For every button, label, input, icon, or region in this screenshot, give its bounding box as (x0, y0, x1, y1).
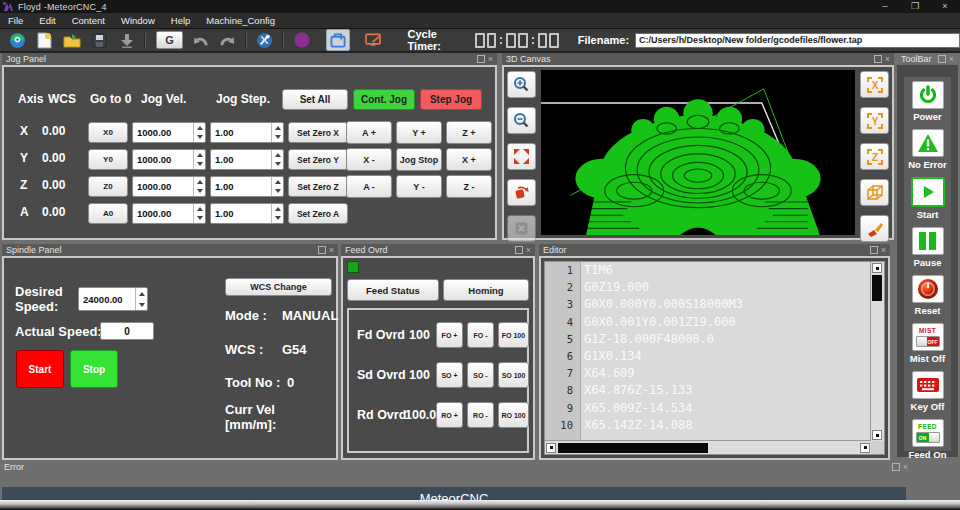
set-all-button[interactable]: Set All (282, 89, 348, 110)
menu-window[interactable]: Window (113, 15, 163, 26)
jog-vel-z-input[interactable] (133, 177, 193, 196)
menu-machine-config[interactable]: Machine_Config (198, 15, 283, 26)
pause-button[interactable] (912, 227, 944, 255)
scroll-up-button[interactable] (872, 263, 882, 273)
jog-step-a-input[interactable] (211, 204, 271, 223)
jog-step-x-input[interactable] (211, 123, 271, 142)
jog-y-minus-button[interactable]: Y - (396, 175, 442, 198)
menu-help[interactable]: Help (163, 15, 199, 26)
float-panel-icon[interactable] (870, 246, 878, 254)
close-panel-icon[interactable]: × (885, 55, 890, 63)
open-file-icon[interactable] (63, 31, 82, 49)
horizontal-scroll-thumb[interactable] (558, 443, 708, 453)
close-view-button[interactable] (507, 215, 536, 242)
machine-globe-icon[interactable] (8, 31, 27, 49)
keyboard-lock-button[interactable] (912, 371, 944, 399)
spindle-start-button[interactable]: Start (16, 350, 64, 388)
horizontal-scrollbar[interactable] (545, 440, 871, 454)
step-jog-button[interactable]: Step Jog (420, 89, 482, 110)
new-file-icon[interactable] (35, 31, 54, 49)
float-panel-icon[interactable] (477, 55, 485, 63)
set-zero-x-button[interactable]: Set Zero X (288, 122, 348, 143)
jog-vel-y-input[interactable] (133, 150, 193, 169)
menu-edit[interactable]: Edit (31, 15, 63, 26)
float-panel-icon[interactable] (318, 246, 326, 254)
jog-vel-x-input[interactable] (133, 123, 193, 142)
jog-x-minus-button[interactable]: X - (346, 148, 392, 171)
close-panel-icon[interactable]: × (949, 55, 954, 63)
menu-content[interactable]: Content (64, 15, 113, 26)
import-arrow-icon[interactable] (117, 31, 136, 49)
close-panel-icon[interactable]: × (881, 246, 886, 254)
power-button[interactable] (912, 81, 944, 109)
undo-icon[interactable] (191, 31, 210, 49)
maximize-button[interactable]: ❒ (900, 0, 930, 13)
desired-speed-spinbox[interactable] (78, 287, 148, 311)
view-z-button[interactable]: Z (860, 143, 889, 170)
jog-z-plus-button[interactable]: Z + (446, 121, 492, 144)
rotate-view-button[interactable] (507, 179, 536, 206)
jog-vel-y-spinbox[interactable] (132, 149, 206, 170)
zoom-in-button[interactable] (507, 71, 536, 98)
save-icon[interactable] (90, 31, 109, 49)
set-zero-y-button[interactable]: Set Zero Y (288, 149, 348, 170)
record-circle-icon[interactable] (292, 31, 311, 49)
desired-speed-input[interactable] (79, 288, 135, 310)
jog-vel-x-spinbox[interactable] (132, 122, 206, 143)
fo-minus-button[interactable]: FO - (467, 322, 494, 348)
jog-step-z-input[interactable] (211, 177, 271, 196)
jog-step-x-spinbox[interactable] (210, 122, 284, 143)
reset-button[interactable] (912, 275, 944, 303)
jog-a-minus-button[interactable]: A - (346, 175, 392, 198)
filename-input[interactable] (635, 33, 960, 48)
machine-view-icon[interactable] (326, 29, 351, 51)
gcode-view-button[interactable]: G (156, 31, 183, 49)
start-button[interactable] (911, 177, 945, 207)
close-panel-icon[interactable]: × (526, 246, 531, 254)
repaint-brush-button[interactable] (860, 215, 889, 242)
goto-zero-x-button[interactable]: X0 (88, 122, 128, 143)
feed-toggle[interactable]: ON (916, 432, 940, 443)
fo-plus-button[interactable]: FO + (436, 322, 463, 348)
goto-zero-y-button[interactable]: Y0 (88, 149, 128, 170)
so-minus-button[interactable]: SO - (467, 362, 494, 388)
so-100-button[interactable]: SO 100 (498, 362, 529, 388)
view-y-button[interactable]: Y (860, 107, 889, 134)
jog-y-plus-button[interactable]: Y + (396, 121, 442, 144)
jog-z-minus-button[interactable]: Z - (446, 175, 492, 198)
redo-icon[interactable] (218, 31, 237, 49)
feed-toggle-button[interactable]: FEED ON (912, 419, 944, 447)
jog-vel-z-spinbox[interactable] (132, 176, 206, 197)
set-zero-z-button[interactable]: Set Zero Z (288, 176, 348, 197)
jog-x-plus-button[interactable]: X + (446, 148, 492, 171)
float-panel-icon[interactable] (515, 246, 523, 254)
jog-step-y-spinbox[interactable] (210, 149, 284, 170)
goto-zero-a-button[interactable]: A0 (88, 203, 128, 224)
homing-button[interactable]: Homing (443, 279, 529, 301)
ro-plus-button[interactable]: RO + (436, 402, 463, 428)
feed-status-button[interactable]: Feed Status (347, 279, 439, 301)
settings-tools-icon[interactable] (255, 31, 274, 49)
jog-step-a-spinbox[interactable] (210, 203, 284, 224)
so-plus-button[interactable]: SO + (436, 362, 463, 388)
float-panel-icon[interactable] (938, 55, 946, 63)
3d-viewport[interactable] (541, 70, 855, 235)
jog-step-z-spinbox[interactable] (210, 176, 284, 197)
jog-vel-a-input[interactable] (133, 204, 193, 223)
vertical-scrollbar[interactable] (870, 262, 884, 441)
screen-config-icon[interactable] (364, 31, 383, 49)
gcode-editor[interactable]: 12 34 56 78 910 T1M6 G0Z19.000 G0X0.000Y… (544, 261, 885, 455)
minimize-button[interactable]: – (870, 0, 900, 13)
float-panel-icon[interactable] (892, 463, 900, 471)
no-error-indicator[interactable] (912, 129, 944, 157)
close-panel-icon[interactable]: × (488, 55, 493, 63)
view-x-button[interactable]: X (860, 71, 889, 98)
menu-file[interactable]: File (0, 15, 31, 26)
fo-100-button[interactable]: FO 100 (498, 322, 529, 348)
float-panel-icon[interactable] (874, 55, 882, 63)
zoom-out-button[interactable] (507, 107, 536, 134)
spindle-stop-button[interactable]: Stop (70, 350, 118, 388)
mist-toggle-button[interactable]: MIST OFF (912, 323, 944, 351)
goto-zero-z-button[interactable]: Z0 (88, 176, 128, 197)
scroll-down-button[interactable] (872, 430, 882, 440)
